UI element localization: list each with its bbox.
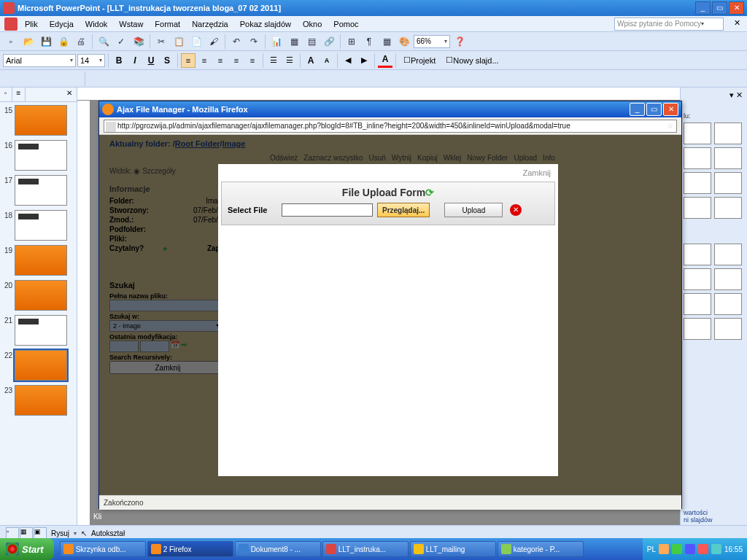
layout-thumb[interactable] [714,197,742,219]
t3-9[interactable] [136,71,151,86]
menu-pokaz[interactable]: Pokaz slajdów [236,18,295,30]
slide-thumbnail[interactable] [15,105,67,136]
layout-thumb[interactable] [684,318,711,340]
slide-thumbnail[interactable] [15,385,67,416]
refresh-icon[interactable]: ⟳ [425,187,434,198]
slide-thumbnail[interactable] [15,210,67,241]
autoksztalty-button[interactable]: Autokształ [91,529,125,537]
tray-icon[interactable] [685,544,695,554]
slide-thumbnail[interactable] [15,175,67,206]
maximize-button[interactable]: ▭ [712,1,727,15]
menu-plik[interactable]: Plik [20,18,42,30]
hyperlink-icon[interactable]: 🔗 [321,34,337,50]
nowy-slajd-button[interactable]: ☐ Nowy slajd... [441,53,503,68]
outline-tab[interactable]: ≡ [12,88,26,101]
cancel-icon[interactable]: ✕ [510,204,522,216]
t3-10[interactable] [152,71,167,86]
italic-button[interactable]: I [128,53,142,68]
undo-icon[interactable]: ↶ [228,34,244,50]
decrease-indent-button[interactable]: ◀ [341,53,355,68]
show-formatting-icon[interactable]: ¶ [361,34,377,50]
projekt-button[interactable]: ☐ Projekt [399,53,440,68]
paste-icon[interactable]: 📄 [188,34,204,50]
taskbar-item[interactable]: Dokument8 - ... [235,541,321,557]
shadow-button[interactable]: S [160,53,174,68]
slideshow-view-button[interactable]: ▣ [34,527,47,539]
align-right-button[interactable]: ≡ [213,53,228,68]
menu-widok[interactable]: Widok [81,18,112,30]
menu-wstaw[interactable]: Wstaw [115,18,147,30]
ff-minimize-button[interactable]: _ [630,103,645,116]
decrease-font-button[interactable]: A [320,53,334,68]
new-icon[interactable]: ▫ [3,34,19,50]
layout-thumb[interactable] [684,268,711,290]
url-input[interactable]: http://pgrozwija.pl/admin/ajaxfilemanage… [104,120,677,133]
save-icon[interactable]: 💾 [38,34,54,50]
close-button[interactable]: ✕ [729,1,744,15]
permission-icon[interactable]: 🔒 [55,34,71,50]
layout-thumb[interactable] [714,318,742,340]
lang-indicator[interactable]: PL [647,545,656,553]
layout-thumb[interactable] [714,122,742,144]
layout-thumb[interactable] [714,147,742,169]
t3-4[interactable] [51,71,66,86]
distributed-button[interactable]: ≡ [245,53,260,68]
layout-thumb[interactable] [714,172,742,194]
slides-tab[interactable]: ▫ [0,88,12,101]
slide-thumbnail[interactable] [15,350,67,381]
t3-1[interactable] [3,71,18,86]
layout-thumb[interactable] [684,244,711,265]
slide-thumbnail[interactable] [15,315,67,346]
taskbar-item[interactable]: kategorie - P... [498,541,584,557]
zoom-dropdown[interactable]: 66%▾ [414,35,450,48]
print-icon[interactable]: 🖨 [73,34,89,50]
bold-button[interactable]: B [112,53,126,68]
copy-icon[interactable]: 📋 [171,34,187,50]
t3-5[interactable] [67,71,82,86]
numbering-button[interactable]: ☰ [266,53,281,68]
t3-11[interactable] [169,71,183,86]
tray-icon[interactable] [711,544,721,554]
normal-view-button[interactable]: ▫ [6,527,19,539]
menu-narzedzia[interactable]: Narzędzia [187,18,233,30]
cut-icon[interactable]: ✂ [153,34,169,50]
bookmark-star-icon[interactable]: ☆ [667,122,673,130]
layout-thumb[interactable] [684,172,711,194]
taskbar-item[interactable]: 2 Firefox [147,541,233,557]
layout-thumb[interactable] [714,244,742,265]
doc-close-button[interactable]: ✕ [731,18,743,30]
increase-indent-button[interactable]: ▶ [357,53,371,68]
t3-7[interactable] [104,71,119,86]
tables-borders-icon[interactable]: ▤ [303,34,320,50]
ff-maximize-button[interactable]: ▭ [646,103,662,116]
bullets-button[interactable]: ☰ [282,53,297,68]
help-icon[interactable]: ❓ [452,34,468,50]
slide-thumbnail[interactable] [15,280,67,311]
grid-icon[interactable]: ▦ [379,34,395,50]
layout-thumb[interactable] [684,293,711,315]
format-painter-icon[interactable]: 🖌 [206,34,222,50]
t3-12[interactable] [185,71,199,86]
minimize-button[interactable]: _ [695,1,711,15]
chart-icon[interactable]: 📊 [268,34,285,50]
increase-font-button[interactable]: A [303,53,318,68]
browse-button[interactable]: Przeglądaj... [377,203,430,217]
file-path-input[interactable] [282,203,373,217]
task-pane-controls[interactable]: ▾ ✕ [729,90,743,100]
panel-close-button[interactable]: ✕ [62,88,77,101]
color-icon[interactable]: 🎨 [396,34,412,50]
expand-icon[interactable]: ⊞ [344,34,360,50]
pointer-icon[interactable]: ↖ [81,529,87,537]
tray-icon[interactable] [698,544,708,554]
font-dropdown[interactable]: Arial▾ [3,54,76,67]
table-icon[interactable]: ▦ [286,34,302,50]
t3-2[interactable] [19,71,34,86]
spellcheck-icon[interactable]: ✓ [113,34,129,50]
layout-thumb[interactable] [714,293,742,315]
menu-edycja[interactable]: Edycja [45,18,78,30]
print-preview-icon[interactable]: 🔍 [96,34,112,50]
open-icon[interactable]: 📂 [20,34,36,50]
slide-thumbnail[interactable] [15,140,67,171]
font-size-dropdown[interactable]: 14▾ [77,54,105,67]
layout-thumb[interactable] [714,268,742,290]
